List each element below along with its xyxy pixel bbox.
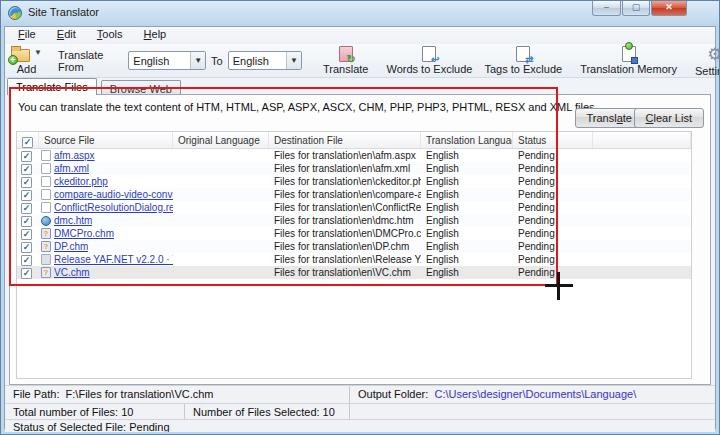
file-path-cell: File Path: F:\Files for translation\VC.c… (5, 386, 350, 403)
files-selected-cell: Number of Files Selected: 10 (185, 404, 350, 419)
header-checkbox-cell[interactable]: ✓ (17, 132, 39, 148)
tab-strip: Translate Files Browse Web (7, 78, 715, 94)
translate-from-select[interactable]: English ▼ (128, 51, 206, 70)
row-checkbox[interactable]: ✓ (21, 151, 32, 162)
table-row[interactable]: ✓afm.aspxFiles for translation\en\afm.as… (17, 149, 691, 162)
status-cell: Pending (513, 188, 593, 201)
menu-tools[interactable]: Tools (88, 27, 132, 40)
settings-button[interactable]: ⚙ Settings (689, 44, 720, 77)
title-bar[interactable]: Site Translator ‒ ▢ ✕ (1, 1, 719, 26)
table-row[interactable]: ✓?DMCPro.chmFiles for translation\en\DMC… (17, 227, 691, 240)
destination-file-cell: Files for translation\en\dmc.htm (269, 214, 421, 227)
close-button[interactable]: ✕ (651, 1, 687, 16)
translation-memory-button[interactable]: Translation Memory (574, 44, 683, 77)
row-checkbox[interactable]: ✓ (21, 229, 32, 240)
table-row[interactable]: ✓dmc.htmFiles for translation\en\dmc.htm… (17, 214, 691, 227)
translate-from-value: English (129, 55, 190, 67)
clear-list-button[interactable]: Clear List (634, 108, 704, 128)
file-type-icon (41, 163, 51, 174)
to-label: To (211, 55, 223, 67)
file-list-body: ✓afm.aspxFiles for translation\en\afm.as… (17, 149, 691, 279)
window-title: Site Translator (28, 6, 99, 18)
gear-icon: ⚙ (707, 46, 720, 64)
select-all-checkbox[interactable]: ✓ (22, 137, 33, 148)
table-row[interactable]: ✓ckeditor.phpFiles for translation\en\ck… (17, 175, 691, 188)
crosshair-cursor-icon (557, 272, 560, 300)
translation-language-cell: English (421, 253, 513, 266)
app-icon (8, 6, 22, 20)
source-file-link[interactable]: ConflictResolutionDialog.resx (54, 201, 173, 214)
file-type-icon (41, 176, 51, 187)
row-checkbox[interactable]: ✓ (21, 164, 32, 175)
translation-language-cell: English (421, 214, 513, 227)
source-file-link[interactable]: compare-audio-video-converters.as... (54, 188, 173, 201)
source-file-link[interactable]: dmc.htm (54, 214, 92, 227)
file-type-icon: ? (41, 267, 51, 278)
chevron-down-icon[interactable]: ▼ (190, 52, 205, 69)
info-text: You can translate the text content of HT… (18, 101, 598, 113)
translation-language-cell: English (421, 149, 513, 162)
tab-translate-files[interactable]: Translate Files (7, 78, 97, 95)
add-button-label: Add (17, 63, 37, 75)
row-checkbox[interactable]: ✓ (21, 255, 32, 266)
source-file-link[interactable]: ckeditor.php (54, 175, 108, 188)
translate-to-select[interactable]: English ▼ (228, 51, 302, 70)
minimize-button[interactable]: ‒ (592, 1, 621, 16)
add-button[interactable]: + ▼ Add (5, 44, 48, 77)
header-source-file[interactable]: Source File (39, 132, 173, 148)
words-to-exclude-label: Words to Exclude (386, 63, 472, 75)
header-status[interactable]: Status (513, 132, 593, 148)
file-type-icon (41, 189, 51, 200)
file-type-icon: ? (41, 241, 51, 252)
destination-file-cell: Files for translation\en\Release Y... (269, 253, 421, 266)
table-row[interactable]: ✓?VC.chmFiles for translation\en\VC.chmE… (17, 266, 691, 279)
translate-icon: ↻ (339, 46, 353, 62)
tags-to-exclude-button[interactable]: ⇄ Tags to Exclude (478, 44, 568, 77)
header-original-language[interactable]: Original Language (173, 132, 269, 148)
destination-file-cell: Files for translation\en\DMCPro.c... (269, 227, 421, 240)
client-area: File Edit Tools Help + ▼ Add Translate F… (4, 26, 716, 429)
words-to-exclude-icon: ↩ (422, 46, 436, 62)
row-checkbox[interactable]: ✓ (21, 216, 32, 227)
table-row[interactable]: ✓afm.xmlFiles for translation\en\afm.xml… (17, 162, 691, 175)
counts-filler-cell (350, 404, 715, 419)
row-checkbox[interactable]: ✓ (21, 177, 32, 188)
source-file-link[interactable]: Release YAF.NET v2.2.0 · YAFNET... (54, 253, 173, 266)
header-translation-language[interactable]: Translation Language (421, 132, 513, 148)
settings-label: Settings (695, 65, 720, 77)
menu-help[interactable]: Help (135, 27, 176, 40)
table-row[interactable]: ✓Release YAF.NET v2.2.0 · YAFNET...Files… (17, 253, 691, 266)
output-folder-value: C:\Users\designer\Documents\Language\ (434, 388, 636, 400)
table-row[interactable]: ✓?DP.chmFiles for translation\en\DP.chmE… (17, 240, 691, 253)
tab-browse-web[interactable]: Browse Web (101, 80, 181, 95)
file-type-icon (41, 216, 51, 226)
source-file-link[interactable]: DMCPro.chm (54, 227, 114, 240)
source-file-link[interactable]: afm.aspx (54, 149, 95, 162)
destination-file-cell: Files for translation\en\VC.chm (269, 266, 421, 279)
table-row[interactable]: ✓compare-audio-video-converters.as...Fil… (17, 188, 691, 201)
original-language-cell (173, 175, 269, 188)
row-checkbox[interactable]: ✓ (21, 190, 32, 201)
words-to-exclude-button[interactable]: ↩ Words to Exclude (380, 44, 478, 77)
source-file-link[interactable]: afm.xml (54, 162, 89, 175)
original-language-cell (173, 266, 269, 279)
row-checkbox[interactable]: ✓ (21, 242, 32, 253)
add-folder-icon: + (11, 49, 30, 62)
source-file-link[interactable]: VC.chm (54, 266, 90, 279)
tags-to-exclude-icon: ⇄ (516, 46, 530, 62)
source-file-link[interactable]: DP.chm (54, 240, 88, 253)
destination-file-cell: Files for translation\en\DP.chm (269, 240, 421, 253)
translation-language-cell: English (421, 175, 513, 188)
table-row[interactable]: ✓ConflictResolutionDialog.resxFiles for … (17, 201, 691, 214)
row-checkbox[interactable]: ✓ (21, 203, 32, 214)
header-destination-file[interactable]: Destination File (269, 132, 421, 148)
original-language-cell (173, 240, 269, 253)
menu-edit[interactable]: Edit (48, 27, 85, 40)
chevron-down-icon[interactable]: ▼ (286, 52, 301, 69)
row-checkbox[interactable]: ✓ (21, 268, 32, 279)
menu-file[interactable]: File (9, 27, 45, 40)
maximize-button[interactable]: ▢ (622, 1, 650, 16)
add-dropdown-caret-icon[interactable]: ▼ (34, 48, 42, 57)
original-language-cell (173, 162, 269, 175)
translate-toolbar-button[interactable]: ↻ Translate (317, 44, 374, 77)
